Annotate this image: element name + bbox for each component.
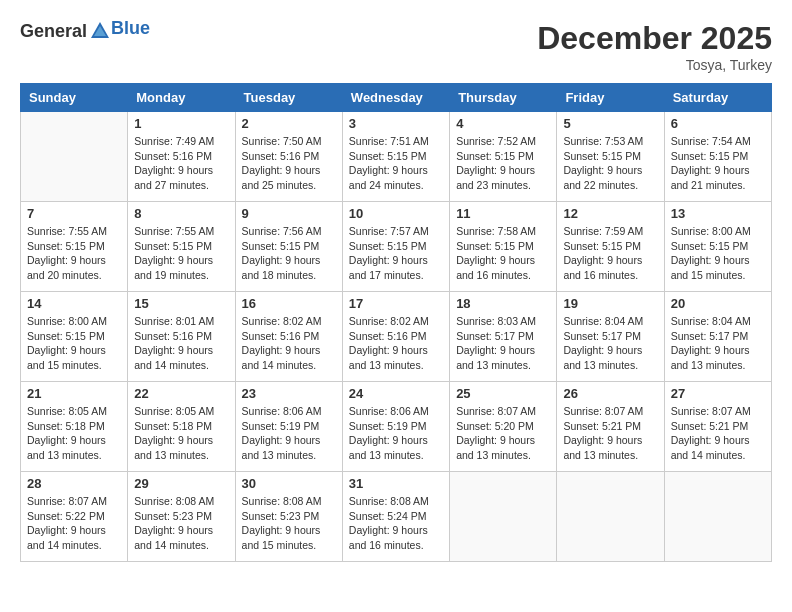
day-number: 1 <box>134 116 228 131</box>
day-info: Sunrise: 7:52 AMSunset: 5:15 PMDaylight:… <box>456 134 550 193</box>
day-number: 14 <box>27 296 121 311</box>
logo-blue-text: Blue <box>111 18 150 39</box>
day-number: 5 <box>563 116 657 131</box>
calendar-day-cell: 1Sunrise: 7:49 AMSunset: 5:16 PMDaylight… <box>128 112 235 202</box>
calendar-day-cell <box>21 112 128 202</box>
logo-general-text: General <box>20 21 87 42</box>
calendar-day-cell: 20Sunrise: 8:04 AMSunset: 5:17 PMDayligh… <box>664 292 771 382</box>
day-number: 31 <box>349 476 443 491</box>
day-info: Sunrise: 7:51 AMSunset: 5:15 PMDaylight:… <box>349 134 443 193</box>
day-number: 27 <box>671 386 765 401</box>
calendar-day-cell: 31Sunrise: 8:08 AMSunset: 5:24 PMDayligh… <box>342 472 449 562</box>
weekday-header: Sunday <box>21 84 128 112</box>
day-number: 6 <box>671 116 765 131</box>
calendar-day-cell: 7Sunrise: 7:55 AMSunset: 5:15 PMDaylight… <box>21 202 128 292</box>
day-info: Sunrise: 8:06 AMSunset: 5:19 PMDaylight:… <box>349 404 443 463</box>
calendar-day-cell: 22Sunrise: 8:05 AMSunset: 5:18 PMDayligh… <box>128 382 235 472</box>
calendar-day-cell: 18Sunrise: 8:03 AMSunset: 5:17 PMDayligh… <box>450 292 557 382</box>
day-number: 3 <box>349 116 443 131</box>
day-number: 2 <box>242 116 336 131</box>
weekday-header: Wednesday <box>342 84 449 112</box>
day-info: Sunrise: 8:07 AMSunset: 5:20 PMDaylight:… <box>456 404 550 463</box>
calendar-day-cell: 12Sunrise: 7:59 AMSunset: 5:15 PMDayligh… <box>557 202 664 292</box>
day-number: 17 <box>349 296 443 311</box>
day-info: Sunrise: 8:07 AMSunset: 5:21 PMDaylight:… <box>671 404 765 463</box>
day-info: Sunrise: 8:06 AMSunset: 5:19 PMDaylight:… <box>242 404 336 463</box>
day-number: 22 <box>134 386 228 401</box>
day-info: Sunrise: 8:08 AMSunset: 5:23 PMDaylight:… <box>134 494 228 553</box>
calendar-day-cell: 24Sunrise: 8:06 AMSunset: 5:19 PMDayligh… <box>342 382 449 472</box>
day-info: Sunrise: 7:59 AMSunset: 5:15 PMDaylight:… <box>563 224 657 283</box>
title-section: December 2025 Tosya, Turkey <box>537 20 772 73</box>
day-number: 30 <box>242 476 336 491</box>
calendar-day-cell: 14Sunrise: 8:00 AMSunset: 5:15 PMDayligh… <box>21 292 128 382</box>
day-info: Sunrise: 8:08 AMSunset: 5:23 PMDaylight:… <box>242 494 336 553</box>
day-number: 29 <box>134 476 228 491</box>
day-number: 4 <box>456 116 550 131</box>
calendar-day-cell: 21Sunrise: 8:05 AMSunset: 5:18 PMDayligh… <box>21 382 128 472</box>
day-number: 28 <box>27 476 121 491</box>
calendar-week-row: 7Sunrise: 7:55 AMSunset: 5:15 PMDaylight… <box>21 202 772 292</box>
day-info: Sunrise: 8:05 AMSunset: 5:18 PMDaylight:… <box>134 404 228 463</box>
calendar-day-cell: 6Sunrise: 7:54 AMSunset: 5:15 PMDaylight… <box>664 112 771 202</box>
calendar-day-cell: 29Sunrise: 8:08 AMSunset: 5:23 PMDayligh… <box>128 472 235 562</box>
day-info: Sunrise: 7:55 AMSunset: 5:15 PMDaylight:… <box>134 224 228 283</box>
month-title: December 2025 <box>537 20 772 57</box>
day-number: 11 <box>456 206 550 221</box>
day-info: Sunrise: 7:57 AMSunset: 5:15 PMDaylight:… <box>349 224 443 283</box>
weekday-header: Friday <box>557 84 664 112</box>
page-header: General Blue December 2025 Tosya, Turkey <box>20 20 772 73</box>
day-info: Sunrise: 7:55 AMSunset: 5:15 PMDaylight:… <box>27 224 121 283</box>
day-number: 18 <box>456 296 550 311</box>
calendar-day-cell: 16Sunrise: 8:02 AMSunset: 5:16 PMDayligh… <box>235 292 342 382</box>
day-info: Sunrise: 8:07 AMSunset: 5:22 PMDaylight:… <box>27 494 121 553</box>
calendar-week-row: 21Sunrise: 8:05 AMSunset: 5:18 PMDayligh… <box>21 382 772 472</box>
day-info: Sunrise: 8:08 AMSunset: 5:24 PMDaylight:… <box>349 494 443 553</box>
day-number: 10 <box>349 206 443 221</box>
day-number: 25 <box>456 386 550 401</box>
day-number: 21 <box>27 386 121 401</box>
calendar-week-row: 28Sunrise: 8:07 AMSunset: 5:22 PMDayligh… <box>21 472 772 562</box>
day-info: Sunrise: 8:03 AMSunset: 5:17 PMDaylight:… <box>456 314 550 373</box>
day-number: 20 <box>671 296 765 311</box>
day-number: 24 <box>349 386 443 401</box>
calendar-day-cell <box>664 472 771 562</box>
calendar-header-row: SundayMondayTuesdayWednesdayThursdayFrid… <box>21 84 772 112</box>
calendar-day-cell: 4Sunrise: 7:52 AMSunset: 5:15 PMDaylight… <box>450 112 557 202</box>
calendar-table: SundayMondayTuesdayWednesdayThursdayFrid… <box>20 83 772 562</box>
calendar-day-cell: 9Sunrise: 7:56 AMSunset: 5:15 PMDaylight… <box>235 202 342 292</box>
day-info: Sunrise: 8:00 AMSunset: 5:15 PMDaylight:… <box>671 224 765 283</box>
day-info: Sunrise: 8:04 AMSunset: 5:17 PMDaylight:… <box>563 314 657 373</box>
calendar-day-cell: 11Sunrise: 7:58 AMSunset: 5:15 PMDayligh… <box>450 202 557 292</box>
calendar-day-cell: 27Sunrise: 8:07 AMSunset: 5:21 PMDayligh… <box>664 382 771 472</box>
day-number: 26 <box>563 386 657 401</box>
calendar-day-cell: 30Sunrise: 8:08 AMSunset: 5:23 PMDayligh… <box>235 472 342 562</box>
calendar-day-cell: 10Sunrise: 7:57 AMSunset: 5:15 PMDayligh… <box>342 202 449 292</box>
weekday-header: Tuesday <box>235 84 342 112</box>
day-info: Sunrise: 8:02 AMSunset: 5:16 PMDaylight:… <box>349 314 443 373</box>
day-number: 23 <box>242 386 336 401</box>
calendar-day-cell: 19Sunrise: 8:04 AMSunset: 5:17 PMDayligh… <box>557 292 664 382</box>
calendar-day-cell: 23Sunrise: 8:06 AMSunset: 5:19 PMDayligh… <box>235 382 342 472</box>
calendar-day-cell <box>450 472 557 562</box>
calendar-day-cell: 8Sunrise: 7:55 AMSunset: 5:15 PMDaylight… <box>128 202 235 292</box>
day-info: Sunrise: 7:49 AMSunset: 5:16 PMDaylight:… <box>134 134 228 193</box>
day-info: Sunrise: 7:53 AMSunset: 5:15 PMDaylight:… <box>563 134 657 193</box>
calendar-week-row: 14Sunrise: 8:00 AMSunset: 5:15 PMDayligh… <box>21 292 772 382</box>
day-number: 7 <box>27 206 121 221</box>
calendar-day-cell <box>557 472 664 562</box>
calendar-day-cell: 15Sunrise: 8:01 AMSunset: 5:16 PMDayligh… <box>128 292 235 382</box>
day-info: Sunrise: 8:04 AMSunset: 5:17 PMDaylight:… <box>671 314 765 373</box>
day-number: 15 <box>134 296 228 311</box>
calendar-day-cell: 26Sunrise: 8:07 AMSunset: 5:21 PMDayligh… <box>557 382 664 472</box>
weekday-header: Saturday <box>664 84 771 112</box>
calendar-day-cell: 17Sunrise: 8:02 AMSunset: 5:16 PMDayligh… <box>342 292 449 382</box>
calendar-week-row: 1Sunrise: 7:49 AMSunset: 5:16 PMDaylight… <box>21 112 772 202</box>
day-number: 12 <box>563 206 657 221</box>
calendar-day-cell: 28Sunrise: 8:07 AMSunset: 5:22 PMDayligh… <box>21 472 128 562</box>
calendar-day-cell: 13Sunrise: 8:00 AMSunset: 5:15 PMDayligh… <box>664 202 771 292</box>
day-number: 19 <box>563 296 657 311</box>
calendar-day-cell: 5Sunrise: 7:53 AMSunset: 5:15 PMDaylight… <box>557 112 664 202</box>
calendar-day-cell: 2Sunrise: 7:50 AMSunset: 5:16 PMDaylight… <box>235 112 342 202</box>
logo-icon <box>89 20 111 42</box>
